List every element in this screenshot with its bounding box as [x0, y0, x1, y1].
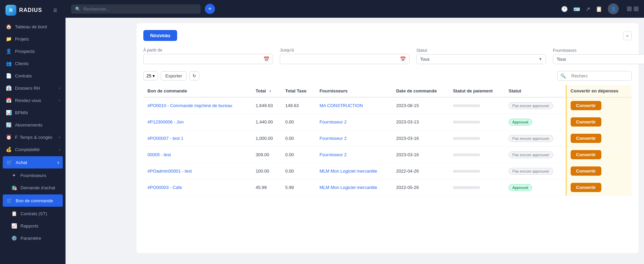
filter-fournisseurs-select[interactable]: Tous ▼ [553, 54, 644, 64]
status-badge: Approuvé [509, 119, 532, 126]
fournisseur-link[interactable]: MLM Mon Logiciel mercantile [319, 168, 377, 174]
convert-button[interactable]: Convertir [571, 183, 601, 192]
sidebar-item-tableau-de-bord[interactable]: 🏠 Tableau de bord [0, 20, 66, 33]
cell-statut: Approuvé [504, 114, 566, 130]
sidebar-item-label: Comptabilité [15, 147, 56, 152]
sidebar-item-rapports[interactable]: 📈 Rapports [0, 220, 66, 232]
cell-convertir: Convertir [566, 130, 632, 147]
cell-total: 100.00 [252, 163, 281, 179]
window-maximize-button[interactable] [634, 6, 639, 11]
history-icon[interactable]: 🕐 [561, 6, 568, 12]
sidebar-item-rendez-vous[interactable]: 📅 Rendez-vous ‹ [0, 94, 66, 106]
sidebar: R RADIUS ☰ 🏠 Tableau de bord 📁 Projets 👤… [0, 0, 66, 264]
window-minimize-button[interactable] [627, 6, 632, 11]
sidebar-item-dossiers-rh[interactable]: 👔 Dossiers RH ‹ [0, 82, 66, 94]
sidebar-item-label: Projets [15, 36, 60, 42]
cell-date-commande: 2023-03-16 [392, 130, 449, 147]
col-header-total[interactable]: Total ▼ [252, 85, 281, 97]
cell-total: 309.00 [252, 147, 281, 163]
filter-a-partir-de-label: À partir de [143, 48, 273, 53]
logo-text: RADIUS [19, 7, 42, 13]
cell-date-commande: 2022-04-26 [392, 163, 449, 179]
avatar[interactable]: 👤 [608, 3, 619, 14]
notification-icon[interactable]: 📋 [596, 6, 602, 12]
cell-statut-paiement [449, 130, 504, 147]
rapports-icon: 📈 [11, 223, 17, 229]
filter-a-partir-de-input[interactable] [147, 57, 261, 62]
sidebar-item-bon-de-commande[interactable]: 🛒 Bon de commande [3, 194, 63, 207]
sidebar-item-label: BPMN [15, 110, 60, 115]
search-input[interactable] [83, 6, 197, 12]
filter-statut-select[interactable]: Tous ▼ [416, 54, 546, 64]
cell-total: 1,000.00 [252, 130, 281, 147]
nouveau-button[interactable]: Nouveau [143, 30, 177, 41]
sidebar-item-demande-dachat[interactable]: 🛍️ Demande d'achat [0, 181, 66, 194]
sidebar-item-abonnements[interactable]: 🔄 Abonnements [0, 119, 66, 131]
cell-convertir: Convertir [566, 114, 632, 130]
filter-a-partir-de-input-wrap: 📅 [143, 54, 273, 64]
cell-bon-de-commande: #POadmin00001 - test [143, 163, 252, 179]
per-page-select[interactable]: 25 ▾ [143, 71, 158, 80]
topbar-icons: 🕐 🪪 ↗ 📋 👤 [561, 3, 639, 14]
convert-button[interactable]: Convertir [571, 150, 601, 159]
filter-jusqu-a-input-wrap: 📅 [280, 54, 410, 64]
cell-total-taxe: 149.63 [281, 97, 315, 114]
sidebar-item-f-temps-conges[interactable]: ⏰ F. Temps & congés ‹ [0, 131, 66, 143]
fournisseur-link[interactable]: Fournisseur 2 [319, 136, 346, 141]
convert-button[interactable]: Convertir [571, 134, 601, 143]
table-toolbar: 25 ▾ Exporter ↻ 🔍 [143, 71, 632, 81]
sidebar-menu-button[interactable]: ☰ [51, 5, 60, 16]
cell-total-taxe: 0.00 [281, 163, 315, 179]
table-search-input[interactable] [569, 71, 631, 80]
cell-total: 1,440.00 [252, 114, 281, 130]
collapse-button[interactable]: « [623, 31, 632, 40]
cell-bon-de-commande: 00005 - test [143, 147, 252, 163]
filter-statut-value: Tous [420, 57, 536, 62]
convert-button[interactable]: Convertir [571, 117, 601, 127]
chevron-right-icon: ‹ [59, 86, 60, 90]
export-button[interactable]: Exporter [161, 71, 186, 80]
rendez-vous-icon: 📅 [5, 98, 12, 103]
refresh-button[interactable]: ↻ [189, 71, 199, 80]
cell-total-taxe: 5.99 [281, 179, 315, 196]
status-badge: Pas encore approuver [509, 168, 553, 175]
calendar-icon[interactable]: 📅 [263, 56, 269, 62]
col-header-fournisseurs: Fournisseurs [315, 85, 392, 97]
cell-statut: Pas encore approuver [504, 147, 566, 163]
add-button[interactable]: + [205, 4, 215, 14]
bon-de-commande-link[interactable]: #PO00003 - Cafe [147, 185, 182, 190]
fournisseur-link[interactable]: MLM Mon Logiciel mercantile [319, 185, 377, 190]
bon-de-commande-link[interactable]: #P12300006 - Jon [147, 119, 184, 124]
fournisseur-link[interactable]: Fournisseur 2 [319, 152, 346, 157]
convert-button[interactable]: Convertir [571, 101, 601, 110]
sidebar-item-contrats-st[interactable]: 📋 Contrats (ST) [0, 207, 66, 220]
filter-statut-label: Statut [416, 48, 546, 53]
convert-button[interactable]: Convertir [571, 166, 601, 176]
sidebar-item-fournisseurs[interactable]: ✦ Fournisseurs [0, 169, 66, 181]
fournisseur-link[interactable]: Fournisseur 2 [319, 119, 346, 124]
cell-date-commande: 2023-08-15 [392, 97, 449, 114]
cell-total-taxe: 0.00 [281, 147, 315, 163]
filter-jusqu-a-input[interactable] [284, 57, 397, 62]
sidebar-item-comptabilite[interactable]: 💰 Comptabilité ‹ [0, 143, 66, 156]
sidebar-item-clients[interactable]: 👥 Clients [0, 57, 66, 70]
sidebar-item-achat[interactable]: 🛒 Achat ∨ [3, 156, 63, 168]
sidebar-item-bpmn[interactable]: 📊 BPMN [0, 106, 66, 119]
profile-card-icon[interactable]: 🪪 [573, 6, 580, 12]
sidebar-item-projets[interactable]: 📁 Projets [0, 33, 66, 45]
chevron-right-icon: ‹ [59, 135, 60, 139]
bon-de-commande-link[interactable]: #POadmin00001 - test [147, 168, 192, 174]
chevron-down-icon: ∨ [57, 161, 59, 164]
share-icon[interactable]: ↗ [586, 6, 590, 12]
calendar-icon-2[interactable]: 📅 [400, 56, 406, 62]
sidebar-item-contrats[interactable]: 📄 Contrats [0, 70, 66, 82]
sidebar-item-parametre[interactable]: ⚙️ Paramètre [0, 232, 66, 244]
sidebar-item-prospects[interactable]: 👤 Prospects [0, 45, 66, 57]
bon-de-commande-link[interactable]: 00005 - test [147, 152, 171, 157]
bon-de-commande-link[interactable]: #PO00007 - test 1 [147, 136, 184, 141]
fournisseur-link[interactable]: MA CONSTRUCTION [319, 103, 363, 108]
bon-de-commande-link[interactable]: #PO0010 - Commande mqchine de bureau [147, 103, 232, 108]
sidebar-item-label: Rapports [20, 223, 60, 229]
chevron-down-icon: ▼ [539, 57, 542, 61]
bpmn-icon: 📊 [5, 110, 12, 115]
